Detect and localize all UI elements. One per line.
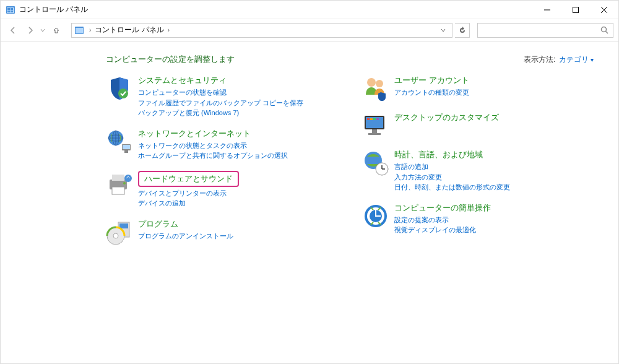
svg-point-29 — [113, 233, 118, 238]
category-title-highlighted[interactable]: ハードウェアとサウンド — [138, 171, 239, 187]
svg-rect-2 — [7, 8, 10, 10]
svg-rect-23 — [112, 187, 124, 194]
address-bar[interactable]: › コントロール パネル › — [71, 23, 452, 38]
back-button[interactable] — [6, 23, 20, 38]
svg-point-25 — [124, 175, 132, 182]
chevron-icon[interactable]: › — [87, 27, 93, 33]
svg-rect-7 — [573, 7, 579, 13]
control-panel-icon — [74, 25, 84, 35]
svg-rect-37 — [376, 118, 379, 120]
svg-rect-19 — [123, 145, 130, 149]
globe-clock-icon — [362, 149, 389, 176]
category-link[interactable]: ネットワークの状態とタスクの表示 — [138, 141, 337, 151]
users-icon — [362, 75, 389, 102]
page-title: コンピューターの設定を調整します — [106, 54, 524, 65]
category-column-left: システムとセキュリティ コンピューターの状態を確認 ファイル履歴でファイルのバッ… — [106, 75, 337, 256]
category-title[interactable]: デスクトップのカスタマイズ — [394, 112, 594, 123]
category-link[interactable]: デバイスの追加 — [138, 198, 337, 209]
category-link[interactable]: 視覚ディスプレイの最適化 — [394, 225, 594, 235]
printer-icon — [106, 171, 133, 198]
ease-of-access-icon — [362, 202, 389, 230]
shield-icon — [106, 75, 133, 102]
globe-network-icon — [106, 128, 133, 155]
category-clock-language: 時計、言語、および地域 言語の追加 入力方法の変更 日付、時刻、または数値の形式… — [362, 149, 594, 193]
breadcrumb-root[interactable]: コントロール パネル — [93, 25, 165, 35]
svg-rect-4 — [7, 11, 10, 12]
category-ease-of-access: コンピューターの簡単操作 設定の提案の表示 視覚ディスプレイの最適化 — [362, 202, 594, 235]
category-title[interactable]: 時計、言語、および地域 — [394, 149, 594, 160]
svg-point-14 — [118, 89, 128, 98]
svg-point-24 — [123, 182, 126, 184]
view-label: 表示方法: — [524, 54, 555, 65]
svg-rect-3 — [11, 8, 13, 10]
svg-line-13 — [606, 31, 608, 33]
content-area: コンピューターの設定を調整します 表示方法: カテゴリ システムとセキュリティ … — [1, 41, 618, 268]
window-controls — [533, 1, 618, 19]
monitor-icon — [362, 112, 389, 139]
svg-point-12 — [602, 27, 607, 32]
category-desktop: デスクトップのカスタマイズ — [362, 112, 594, 139]
address-dropdown[interactable] — [441, 28, 449, 33]
svg-point-30 — [367, 78, 376, 87]
category-link[interactable]: 入力方法の変更 — [394, 172, 594, 183]
svg-rect-39 — [368, 133, 381, 135]
view-dropdown[interactable]: カテゴリ — [559, 54, 594, 65]
category-link[interactable]: デバイスとプリンターの表示 — [138, 188, 337, 199]
search-input[interactable] — [477, 23, 613, 38]
forward-button[interactable] — [23, 23, 38, 38]
category-title[interactable]: プログラム — [138, 219, 337, 230]
category-link[interactable]: ホームグループと共有に関するオプションの選択 — [138, 150, 337, 161]
svg-rect-34 — [367, 118, 370, 120]
category-title[interactable]: ネットワークとインターネット — [138, 128, 337, 139]
category-link[interactable]: コンピューターの状態を確認 — [138, 87, 337, 98]
category-user-accounts: ユーザー アカウント アカウントの種類の変更 — [362, 75, 594, 102]
disc-box-icon — [106, 219, 133, 246]
svg-rect-5 — [11, 11, 13, 12]
category-link[interactable]: バックアップと復元 (Windows 7) — [138, 108, 337, 118]
category-link[interactable]: プログラムのアンインストール — [138, 231, 337, 241]
category-column-right: ユーザー アカウント アカウントの種類の変更 デスクトップのカスタマイズ — [362, 75, 594, 256]
category-title[interactable]: ユーザー アカウント — [394, 75, 594, 86]
svg-point-31 — [376, 80, 383, 87]
nav-history-dropdown[interactable] — [40, 28, 46, 33]
category-system-security: システムとセキュリティ コンピューターの状態を確認 ファイル履歴でファイルのバッ… — [106, 75, 337, 118]
svg-rect-38 — [372, 129, 377, 133]
navbar: › コントロール パネル › — [1, 19, 618, 41]
category-link[interactable]: 言語の追加 — [394, 162, 594, 172]
category-grid: システムとセキュリティ コンピューターの状態を確認 ファイル履歴でファイルのバッ… — [106, 75, 594, 256]
category-hardware-sound: ハードウェアとサウンド デバイスとプリンターの表示 デバイスの追加 — [106, 171, 337, 209]
svg-rect-20 — [124, 150, 128, 153]
titlebar: コントロール パネル — [1, 1, 618, 19]
svg-rect-22 — [112, 175, 124, 181]
app-icon — [6, 5, 15, 15]
category-title[interactable]: システムとセキュリティ — [138, 75, 337, 86]
chevron-icon[interactable]: › — [165, 27, 172, 33]
category-link[interactable]: アカウントの種類の変更 — [394, 87, 594, 98]
category-network: ネットワークとインターネット ネットワークの状態とタスクの表示 ホームグループと… — [106, 128, 337, 161]
close-button[interactable] — [590, 1, 618, 19]
svg-rect-11 — [76, 28, 83, 33]
search-icon — [600, 26, 609, 35]
category-title[interactable]: コンピューターの簡単操作 — [394, 202, 594, 214]
refresh-button[interactable] — [455, 23, 470, 38]
category-link[interactable]: 日付、時刻、または数値の形式の変更 — [394, 182, 594, 193]
up-button[interactable] — [49, 23, 64, 38]
window-title: コントロール パネル — [19, 4, 533, 15]
category-programs: プログラム プログラムのアンインストール — [106, 219, 337, 246]
minimize-button[interactable] — [533, 1, 561, 19]
category-link[interactable]: ファイル履歴でファイルのバックアップ コピーを保存 — [138, 98, 337, 108]
content-header: コンピューターの設定を調整します 表示方法: カテゴリ — [106, 54, 594, 65]
category-link[interactable]: 設定の提案の表示 — [394, 215, 594, 225]
maximize-button[interactable] — [561, 1, 590, 19]
svg-rect-36 — [373, 118, 376, 120]
svg-rect-35 — [370, 118, 373, 120]
